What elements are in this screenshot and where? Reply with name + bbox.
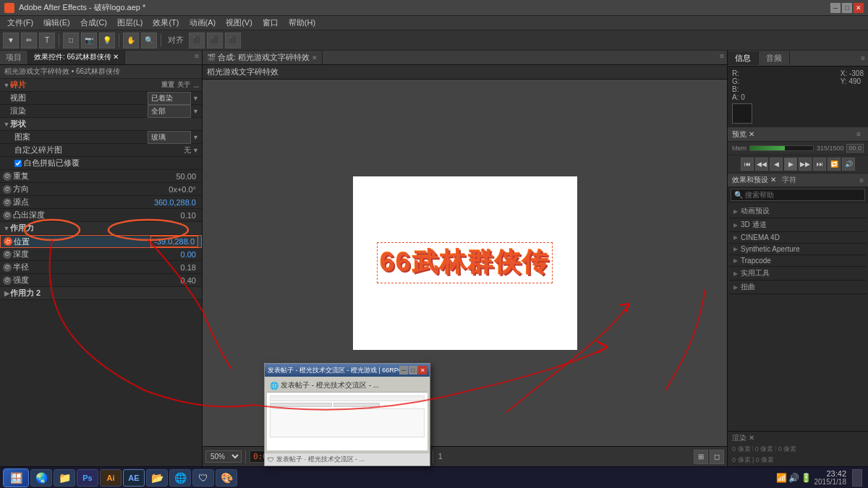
menu-effect[interactable]: 效果(T) [148,16,183,30]
prop-radius[interactable]: ⏱ 半径 0.18 [0,261,202,274]
menu-window[interactable]: 窗口 [258,16,283,30]
tool-text[interactable]: T [39,33,55,48]
stopwatch-position[interactable]: ⏱ [4,237,12,246]
tool-camera[interactable]: 📷 [81,33,97,48]
prop-strength[interactable]: ⏱ 强度 0.40 [0,274,202,287]
toggle-btn[interactable]: ◻ [710,450,724,464]
align-left[interactable]: ⬛ [189,33,205,48]
popup-min[interactable]: ─ [399,366,408,374]
prop-custom-shard[interactable]: 自定义碎片图 无 ▼ [0,144,202,157]
taskbar-ps[interactable]: Ps [77,469,98,487]
effects-menu[interactable]: ≡ [859,176,864,184]
prev-first[interactable]: ⏮ [741,158,754,171]
comp-tab-close[interactable]: ✕ [312,54,318,61]
tray-battery: 🔋 [801,473,812,483]
prev-back[interactable]: ◀ [770,158,783,171]
start-button[interactable]: 🪟 [3,468,29,487]
menu-edit[interactable]: 编辑(E) [39,16,75,30]
show-desktop[interactable] [852,469,862,487]
effect-anim-preset[interactable]: ▶ 动画预设 [729,205,867,218]
taskbar-ae[interactable]: AE [123,469,145,487]
prev-loop[interactable]: 🔁 [827,158,841,171]
menu-layer[interactable]: 图层(L) [113,16,147,30]
tab-char[interactable]: 字符 [782,175,796,185]
prop-view[interactable]: 视图 已着染 ▼ [0,92,202,105]
stopwatch-direction[interactable]: ⏱ [3,185,12,194]
tab-effect-controls[interactable]: 效果控件: 66武林群侠传 ✕ [28,51,125,64]
comp-title-bar: 稻光游戏文字碎特效 [207,67,278,77]
taskbar-ie[interactable]: 🌏 [30,469,52,487]
popup-max[interactable]: □ [409,366,417,374]
prop-white-tile[interactable]: 白色拼贴已修覆 [0,157,202,170]
view-btn[interactable]: ⊞ [694,450,708,464]
prop-shape-header[interactable]: ▼ 形状 [0,118,202,131]
prev-audio[interactable]: 🔊 [842,158,855,171]
effect-trapcode[interactable]: ▶ Trapcode [729,255,867,267]
menu-anim[interactable]: 动画(A) [185,16,221,30]
taskbar-paint[interactable]: 🎨 [216,469,237,487]
stopwatch-strength[interactable]: ⏱ [3,276,12,285]
preview-text: 66武林群侠传 [380,245,549,281]
taskbar-360[interactable]: 🛡 [192,469,214,487]
prop-render[interactable]: 渲染 全部 ▼ [0,105,202,118]
minimize-button[interactable]: ─ [830,3,841,13]
stopwatch-origin[interactable]: ⏱ [3,198,12,207]
prop-pattern[interactable]: 图案 玻璃 ▼ [0,131,202,144]
menu-view[interactable]: 视图(V) [221,16,257,30]
prev-back-frame[interactable]: ◀◀ [755,158,768,171]
prev-forward[interactable]: ▶▶ [799,158,812,171]
b-label: B: [732,85,739,93]
prop-depth[interactable]: ⏱ 深度 0.00 [0,248,202,261]
taskbar-explorer[interactable]: 📁 [54,469,75,487]
comp-tab[interactable]: 🎬 合成: 稻光游戏文字碎特效 ✕ [203,51,323,64]
prev-play[interactable]: ▶ [784,158,797,171]
effect-utility[interactable]: ▶ 实用工具 [729,267,867,281]
stopwatch-depth[interactable]: ⏱ [3,250,12,259]
tab-project[interactable]: 项目 [0,51,28,64]
stopwatch-repeat[interactable]: ⏱ [3,172,12,181]
prop-force-header[interactable]: ▼ 作用力 [0,222,202,235]
effect-cinema4d[interactable]: ▶ CINEMA 4D [729,232,867,244]
effects-search-input[interactable] [743,190,861,200]
comp-panel-menu[interactable]: ≡ [717,51,727,64]
zoom-select[interactable]: 50% 100% 25% [205,450,242,463]
tool-zoom[interactable]: 🔍 [141,33,157,48]
taskbar-ai[interactable]: Ai [100,469,122,487]
effect-3d-channel[interactable]: ▶ 3D 通道 [729,218,867,232]
stopwatch-extrude[interactable]: ⏱ [3,211,12,220]
menu-comp[interactable]: 合成(C) [76,16,111,30]
tool-light[interactable]: 💡 [99,33,115,48]
prop-position[interactable]: ⏱ 位置 -39.0,288.0 [0,235,202,248]
tool-hand[interactable]: ✋ [123,33,139,48]
align-right[interactable]: ⬛ [225,33,241,48]
white-tile-checkbox[interactable] [14,160,22,167]
align-center[interactable]: ⬛ [207,33,223,48]
effect-synthetic-aperture[interactable]: ▶ Synthetic Aperture [729,244,867,255]
prev-last[interactable]: ⏭ [813,158,826,171]
prop-repeat[interactable]: ⏱ 重复 50.00 [0,170,202,183]
info-menu[interactable]: ≡ [858,53,868,64]
taskbar-folder[interactable]: 📂 [146,469,168,487]
panel-menu[interactable]: ≡ [192,51,202,64]
close-button[interactable]: ✕ [854,3,864,13]
stopwatch-radius[interactable]: ⏱ [3,263,12,272]
tab-info[interactable]: 信息 [728,51,759,65]
maximize-button[interactable]: □ [842,3,852,13]
taskbar-network[interactable]: 🌐 [169,469,191,487]
tool-pen[interactable]: ✏ [21,33,37,48]
tool-rect[interactable]: □ [63,33,79,48]
prop-direction[interactable]: ⏱ 方向 0x+0.0° [0,183,202,196]
prop-force2-header[interactable]: ▶ 作用力 2 [0,287,202,300]
menu-help[interactable]: 帮助(H) [284,16,320,30]
prop-shard-header[interactable]: ▼ 碎片 重置 关于 ... [0,79,202,92]
effect-distort[interactable]: ▶ 扭曲 [729,281,867,294]
menu-file[interactable]: 文件(F) [3,16,38,30]
clock-time: 23:42 [814,469,847,478]
g-label: G: [732,77,740,85]
prop-origin[interactable]: ⏱ 源点 360.0,288.0 [0,196,202,209]
tab-audio[interactable]: 音频 [759,51,790,65]
tool-select[interactable]: ▼ [3,33,19,48]
popup-close[interactable]: ✕ [418,366,427,374]
prop-extrude[interactable]: ⏱ 凸出深度 0.10 [0,209,202,222]
preview-menu[interactable]: ≡ [854,129,864,140]
